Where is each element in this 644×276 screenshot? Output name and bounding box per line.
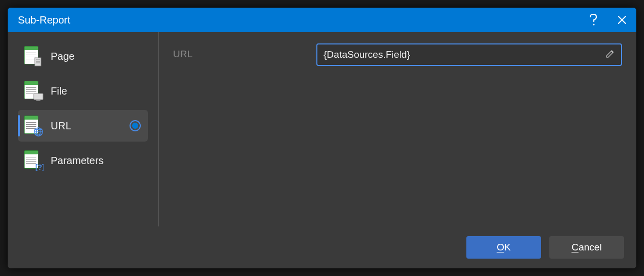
- sidebar-item-url[interactable]: URL: [18, 110, 148, 142]
- file-icon: [23, 81, 44, 101]
- url-input-text[interactable]: [324, 49, 600, 60]
- cancel-button[interactable]: Cancel: [549, 236, 624, 259]
- url-field-wrap: [316, 43, 622, 215]
- svg-rect-3: [36, 100, 40, 101]
- parameters-icon: [?]: [23, 150, 44, 171]
- svg-rect-2: [34, 94, 43, 100]
- close-icon: [617, 15, 627, 25]
- sidebar-item-label: Page: [51, 51, 141, 62]
- edit-expression-button[interactable]: [606, 49, 615, 60]
- url-field-label: URL: [173, 43, 301, 215]
- radio-selected-icon: [130, 120, 141, 131]
- help-icon: [589, 13, 598, 27]
- sidebar-item-page[interactable]: Page: [18, 40, 148, 72]
- dialog-body: Page File: [8, 32, 636, 226]
- url-input[interactable]: [316, 43, 622, 66]
- sub-report-dialog: Sub-Report: [8, 8, 636, 268]
- sidebar-item-label: URL: [51, 120, 122, 132]
- titlebar: Sub-Report: [8, 8, 636, 32]
- help-button[interactable]: [579, 8, 608, 32]
- pencil-icon: [606, 49, 615, 58]
- sidebar-item-parameters[interactable]: [?] Parameters: [18, 145, 148, 176]
- sidebar-item-label: Parameters: [51, 155, 141, 167]
- close-button[interactable]: [608, 8, 636, 32]
- sidebar-item-file[interactable]: File: [18, 75, 148, 107]
- sidebar-item-label: File: [51, 85, 141, 97]
- sidebar: Page File: [8, 32, 159, 226]
- svg-text:[?]: [?]: [35, 163, 44, 171]
- svg-point-0: [593, 24, 595, 26]
- content-panel: URL: [159, 32, 636, 226]
- dialog-footer: OK Cancel: [8, 226, 636, 268]
- svg-rect-1: [35, 58, 41, 66]
- ok-button[interactable]: OK: [466, 236, 541, 259]
- dialog-title: Sub-Report: [18, 14, 579, 26]
- page-icon: [23, 46, 44, 66]
- url-icon: [23, 116, 44, 136]
